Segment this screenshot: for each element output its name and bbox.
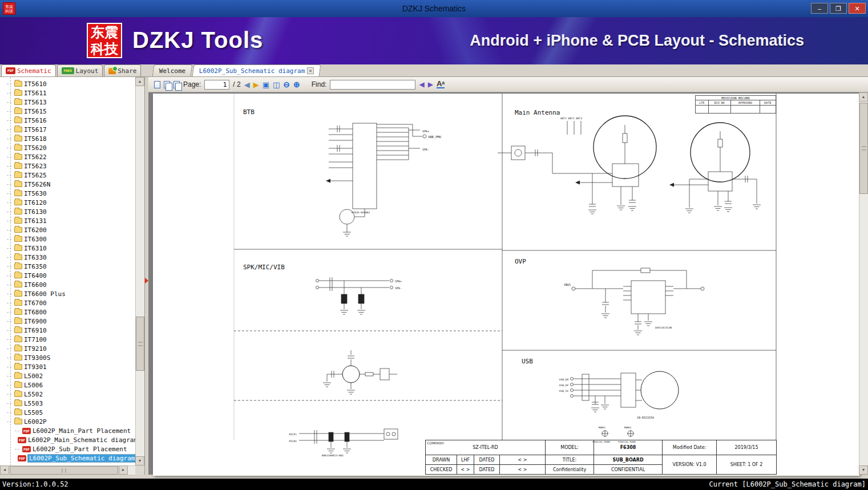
tree-folder-item[interactable]: L5505 xyxy=(0,408,135,417)
tree-folder-item[interactable]: IT5617 xyxy=(0,125,135,134)
tree-folder-item[interactable]: IT5611 xyxy=(0,88,135,98)
tree-folder-item[interactable]: IT6330 xyxy=(0,253,135,262)
tree-folder-item[interactable]: L5503 xyxy=(0,399,135,408)
zoom-in-icon[interactable]: ⊕ xyxy=(293,80,300,89)
scrollbar-thumb[interactable] xyxy=(136,317,144,371)
tree-folder-item[interactable]: IT6131 xyxy=(0,216,135,225)
tree-folder-item[interactable]: IT9210 xyxy=(0,344,135,353)
tree-folder-item[interactable]: IT6400 xyxy=(0,271,135,280)
tree-folder-item[interactable]: IT6900 xyxy=(0,317,135,326)
tree-item-label: L5503 xyxy=(24,400,43,407)
folder-icon xyxy=(14,309,22,315)
btb-circuit xyxy=(326,123,426,236)
scroll-up-icon[interactable]: ▲ xyxy=(135,77,144,86)
tab-schematic[interactable]: PDF Schematic xyxy=(1,64,56,76)
next-page-icon[interactable]: ▶ xyxy=(253,80,259,89)
tree-folder-item[interactable]: IT5623 xyxy=(0,161,135,171)
page-number-input[interactable] xyxy=(204,80,229,90)
tree-folder-item[interactable]: IT6130 xyxy=(0,207,135,216)
tree-folder-item[interactable]: IT6800 xyxy=(0,307,135,317)
find-next-icon[interactable]: ▶ xyxy=(428,80,433,88)
scroll-left-icon[interactable]: ◄ xyxy=(0,465,9,475)
tree-folder-item[interactable]: IT7100 xyxy=(0,335,135,344)
tree-item-label: IT6900 xyxy=(24,318,47,325)
tree-connector xyxy=(7,129,11,130)
fit-width-icon[interactable]: ▣ xyxy=(263,80,269,89)
font-size-icon[interactable]: Aᵃ xyxy=(437,80,445,88)
tree-folder-item[interactable]: IT9301 xyxy=(0,362,135,371)
tree-folder-item[interactable]: IT5622 xyxy=(0,152,135,161)
page-layout-continuous-icon[interactable] xyxy=(173,81,180,88)
tree-folder-item[interactable]: IT5625 xyxy=(0,171,135,180)
tab-layout[interactable]: PADS Layout xyxy=(57,64,103,76)
tree-folder-item[interactable]: IT6300 xyxy=(0,234,135,244)
tree-folder-item[interactable]: L5502 xyxy=(0,390,135,399)
folder-icon xyxy=(14,236,22,242)
pdf-canvas[interactable]: VBB_PMU WTR2D-W20WA1 SPK+ SPK- ANT1 ANT2… xyxy=(148,92,868,475)
pdf-vertical-scrollbar[interactable]: ▲ ▼ xyxy=(859,92,868,475)
tree-item-label: IT6400 xyxy=(24,272,47,280)
page-layout-facing-icon[interactable] xyxy=(164,81,170,88)
tree-folder-item[interactable]: IT5610 xyxy=(0,79,135,88)
tree-pdf-item[interactable]: PDF L6002P_Main_Part Placement xyxy=(0,426,135,435)
window-title: DZKJ Schematics xyxy=(402,4,466,13)
find-previous-icon[interactable]: ◀ xyxy=(419,80,424,88)
tree-item-label: IT6600 Plus xyxy=(24,290,66,298)
tree-folder-item[interactable]: IT5630 xyxy=(0,189,135,198)
svg-text:ANT1 ANT2 ANT3: ANT1 ANT2 ANT3 xyxy=(560,117,582,120)
status-current-document: Current [L6002P_Sub_Schematic diagram] xyxy=(709,480,866,488)
minimize-button[interactable]: – xyxy=(811,3,828,14)
window-titlebar[interactable]: 东震 科技 DZKJ Schematics – ❐ ✕ xyxy=(0,0,868,17)
fit-page-icon[interactable]: ◫ xyxy=(273,80,280,89)
tree-folder-item[interactable]: L5002 xyxy=(0,371,135,380)
scrollbar-thumb[interactable] xyxy=(10,466,118,475)
tree-pdf-item[interactable]: PDF L6002P_Sub_Part Placement xyxy=(0,444,135,453)
tree-folder-item[interactable]: IT5620 xyxy=(0,143,135,152)
folder-icon xyxy=(14,90,22,96)
tree-pdf-item[interactable]: PDF L6002P_Sub_Schematic diagram xyxy=(0,453,135,463)
scroll-down-icon[interactable]: ▼ xyxy=(859,465,868,475)
drawn-value: LHF xyxy=(457,455,474,465)
tree-folder-item[interactable]: IT6310 xyxy=(0,244,135,253)
tree-item-label: L6002P_Sub_Part Placement xyxy=(33,446,127,453)
tree-folder-item[interactable]: IT5616 xyxy=(0,116,135,125)
zoom-out-icon[interactable]: ⊖ xyxy=(283,80,290,89)
tree-folder-item[interactable]: IT5615 xyxy=(0,107,135,116)
tab-document-active[interactable]: L6002P_Sub_Schematic diagram × xyxy=(192,64,321,76)
tree-folder-item[interactable]: L5006 xyxy=(0,380,135,390)
tree-folder-item[interactable]: IT6200 xyxy=(0,225,135,234)
scroll-down-icon[interactable]: ▼ xyxy=(135,456,144,465)
tree-item-label: IT6131 xyxy=(24,217,47,225)
tree-folder-item[interactable]: IT6120 xyxy=(0,198,135,207)
tree-folder-item[interactable]: IT5626N xyxy=(0,180,135,189)
tree-folder-item[interactable]: IT6910 xyxy=(0,326,135,335)
tree-folder-item[interactable]: IT6600 xyxy=(0,280,135,289)
tree-folder-item[interactable]: IT5613 xyxy=(0,98,135,107)
tree-connector xyxy=(7,175,11,176)
sidebar-vertical-scrollbar[interactable]: ▲ ▼ xyxy=(135,77,144,465)
modified-date-label: Modified Date: xyxy=(663,440,717,455)
tab-share[interactable]: Share xyxy=(104,64,141,76)
title-value: SUB_BOARD xyxy=(594,455,663,465)
scroll-up-icon[interactable]: ▲ xyxy=(859,92,868,102)
tab-welcome[interactable]: Welcome xyxy=(152,64,193,76)
maximize-button[interactable]: ❐ xyxy=(830,3,847,14)
tree-folder-item[interactable]: L6002P xyxy=(0,417,135,426)
tree-folder-item[interactable]: IT5618 xyxy=(0,134,135,143)
close-button[interactable]: ✕ xyxy=(849,3,866,14)
scrollbar-thumb[interactable] xyxy=(859,103,868,194)
page-layout-single-icon[interactable] xyxy=(154,81,160,88)
previous-page-icon[interactable]: ◀ xyxy=(244,80,250,89)
tree-pdf-item[interactable]: PDF L6002P_Main_Schematic diagram xyxy=(0,435,135,444)
folder-icon xyxy=(14,145,22,151)
tree-folder-item[interactable]: IT9300S xyxy=(0,353,135,362)
tree-folder-item[interactable]: IT6350 xyxy=(0,262,135,271)
tree-folder-item[interactable]: IT6600 Plus xyxy=(0,289,135,298)
folder-icon xyxy=(14,209,22,214)
svg-text:SPK-: SPK- xyxy=(422,148,429,151)
tree-folder-item[interactable]: IT6700 xyxy=(0,298,135,307)
find-input[interactable] xyxy=(330,80,415,90)
scroll-right-icon[interactable]: ► xyxy=(119,465,128,475)
sidebar-horizontal-scrollbar[interactable]: ◄ ► xyxy=(0,465,135,475)
close-tab-icon[interactable]: × xyxy=(308,67,314,74)
